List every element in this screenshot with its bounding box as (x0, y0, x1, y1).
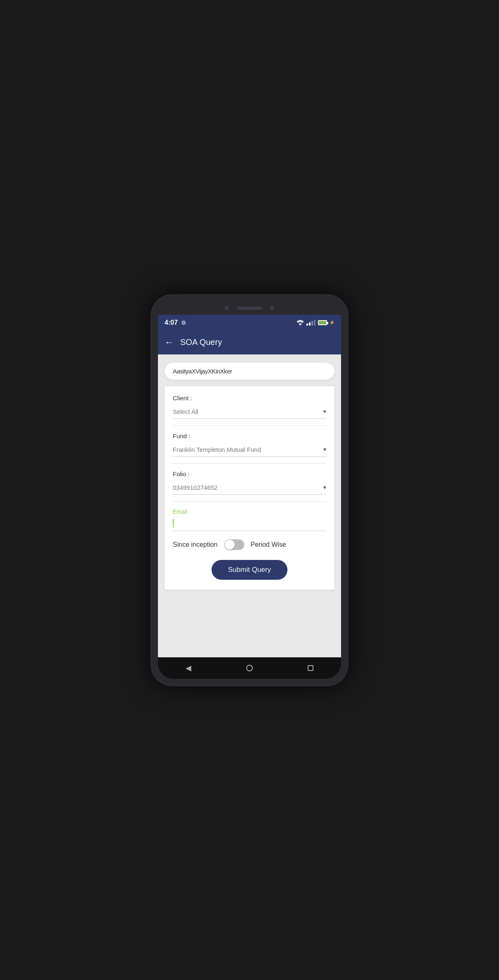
folio-value: 0349910274652 (173, 484, 217, 491)
screen-content: 4:07 ⚙ (158, 315, 341, 679)
divider-2 (173, 463, 326, 464)
recents-nav-button[interactable] (308, 665, 313, 671)
battery-icon: ⚡ (318, 320, 334, 325)
divider-1 (173, 425, 326, 426)
email-group: Email (173, 508, 326, 531)
email-cursor (173, 519, 174, 527)
folio-label: Folio : (173, 470, 326, 477)
email-input-area[interactable] (173, 517, 326, 529)
submit-button[interactable]: Submit Query (212, 560, 287, 580)
client-select[interactable]: Select All ▾ (173, 405, 326, 419)
settings-icon: ⚙ (181, 319, 186, 326)
signal-icon (306, 320, 315, 326)
toggle-thumb (225, 540, 235, 550)
speaker (237, 307, 262, 310)
bottom-nav: ◀ (158, 657, 341, 679)
phone-top-hardware (158, 302, 341, 315)
folio-group: Folio : 0349910274652 ▾ (173, 470, 326, 495)
search-bar[interactable]: AasityaXVijayXKinXker (165, 363, 334, 380)
fund-dropdown-arrow: ▾ (323, 446, 326, 453)
fund-value: Franklin Templeton Mutual Fund (173, 446, 261, 453)
sensor (270, 306, 274, 310)
phone-device: 4:07 ⚙ (151, 294, 348, 686)
form-card: Client : Select All ▾ Fund : Franklin Te… (165, 386, 334, 590)
main-content: AasityaXVijayXKinXker Client : Select Al… (158, 354, 341, 657)
status-time: 4:07 (165, 319, 178, 326)
period-wise-label: Period Wise (251, 541, 286, 548)
wifi-icon (297, 320, 304, 326)
toggle-row: Since inception Period Wise (173, 539, 326, 550)
page-title: SOA Query (180, 338, 222, 347)
email-label: Email (173, 508, 326, 515)
fund-select[interactable]: Franklin Templeton Mutual Fund ▾ (173, 443, 326, 457)
phone-screen: 4:07 ⚙ (158, 302, 341, 679)
client-value: Select All (173, 408, 198, 415)
status-icons: ⚡ (297, 320, 334, 326)
period-toggle[interactable] (224, 539, 244, 550)
app-bar: ← SOA Query (158, 331, 341, 354)
client-dropdown-arrow: ▾ (323, 408, 326, 415)
back-nav-button[interactable]: ◀ (186, 664, 191, 673)
client-group: Client : Select All ▾ (173, 394, 326, 419)
since-inception-label: Since inception (173, 541, 218, 548)
home-nav-button[interactable] (246, 665, 253, 671)
divider-3 (173, 501, 326, 502)
status-bar: 4:07 ⚙ (158, 315, 341, 331)
camera (225, 306, 229, 310)
folio-dropdown-arrow: ▾ (323, 484, 326, 491)
svg-marker-0 (299, 324, 302, 326)
back-button[interactable]: ← (165, 337, 174, 348)
folio-select[interactable]: 0349910274652 ▾ (173, 481, 326, 495)
search-value: AasityaXVijayXKinXker (173, 368, 232, 375)
fund-group: Fund : Franklin Templeton Mutual Fund ▾ (173, 432, 326, 457)
fund-label: Fund : (173, 432, 326, 439)
client-label: Client : (173, 394, 326, 401)
